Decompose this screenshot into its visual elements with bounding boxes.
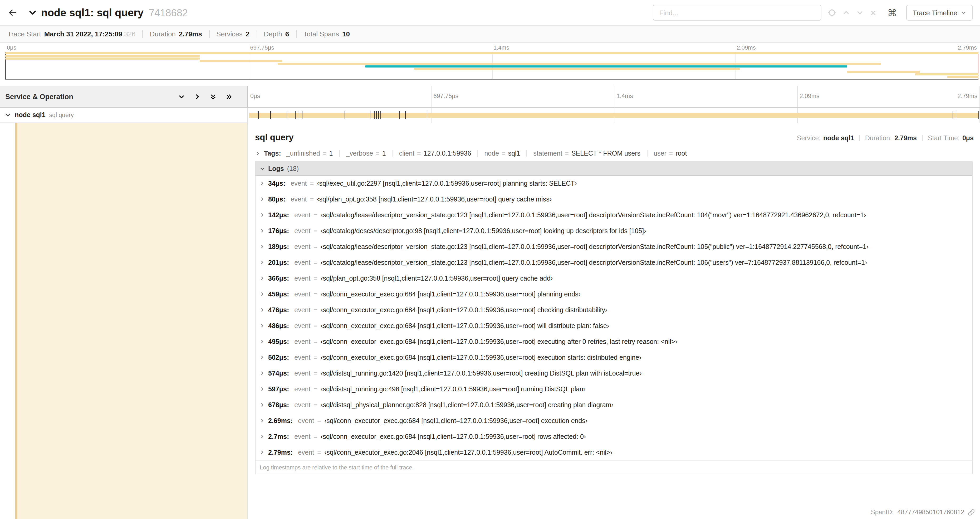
log-equals: = <box>313 386 317 393</box>
trace-start-value: March 31 2022, 17:25:09 <box>44 30 122 38</box>
logs-footer-note: Log timestamps are relative to the start… <box>256 460 972 474</box>
minimap-span-bar <box>847 71 920 73</box>
log-event-tick <box>381 111 381 119</box>
log-event-value: ‹sql/plan_opt.go:358 [nsql1,client=127.0… <box>317 196 552 203</box>
log-event-value: ‹sql/catalog/lease/descriptor_version_st… <box>321 243 869 251</box>
log-event-value: ‹sql/conn_executor_exec.go:2046 [nsql1,c… <box>324 449 612 456</box>
log-event-value: ‹sql/plan_opt.go:358 [nsql1,client=127.0… <box>321 275 553 282</box>
log-row[interactable]: 2.7ms: event = ‹sql/conn_executor_exec.g… <box>256 429 972 445</box>
clear-find-button[interactable] <box>870 9 877 16</box>
minimap-ruler: 0μs 697.75μs 1.4ms 2.09ms 2.79ms <box>5 43 978 52</box>
log-row[interactable]: 502μs: event = ‹sql/conn_executor_exec.g… <box>256 350 972 366</box>
close-icon <box>870 9 877 16</box>
chevron-right-icon <box>260 197 264 201</box>
log-row[interactable]: 34μs: event = ‹sql/exec_util.go:2297 [ns… <box>256 176 972 192</box>
log-event-ticks <box>249 108 979 123</box>
span-expander-button[interactable] <box>5 112 11 118</box>
log-equals: = <box>313 322 317 330</box>
chevron-right-icon <box>260 308 264 312</box>
back-button[interactable] <box>7 7 18 18</box>
log-row[interactable]: 486μs: event = ‹sql/conn_executor_exec.g… <box>256 318 972 334</box>
service-label: Service: <box>797 134 821 142</box>
command-icon: ⌘ <box>887 7 897 18</box>
log-event-tick <box>299 111 299 119</box>
trace-start-label: Trace Start <box>7 30 41 38</box>
logs-header[interactable]: Logs (18) <box>256 162 972 176</box>
tags-accordion[interactable]: Tags: _unfinished = 1 _verbose = 1 clien… <box>255 150 973 157</box>
log-event-tick <box>978 111 979 119</box>
next-result-button[interactable] <box>856 9 864 16</box>
log-row[interactable]: 189μs: event = ‹sql/catalog/lease/descri… <box>256 239 972 255</box>
log-row[interactable]: 80μs: event = ‹sql/plan_opt.go:358 [nsql… <box>256 192 972 207</box>
log-row[interactable]: 176μs: event = ‹sql/catalog/descs/descri… <box>256 223 972 239</box>
log-row[interactable]: 366μs: event = ‹sql/plan_opt.go:358 [nsq… <box>256 271 972 286</box>
tag-key: client <box>399 150 414 157</box>
double-chevron-right-icon <box>226 93 232 100</box>
expand-all-button[interactable] <box>210 93 216 100</box>
log-timestamp: 597μs: <box>268 386 289 393</box>
prev-result-button[interactable] <box>843 9 850 16</box>
gridline <box>431 86 431 107</box>
collapse-trace-header-button[interactable] <box>29 8 37 17</box>
collapse-controls <box>178 93 232 100</box>
log-timestamp: 486μs: <box>268 322 289 330</box>
log-event-tick <box>376 111 377 119</box>
span-id-row: SpanID: 4877749850101760812 <box>865 504 980 519</box>
chevron-right-icon <box>260 418 264 423</box>
find-input[interactable] <box>653 5 821 21</box>
chevron-right-icon <box>260 212 264 217</box>
log-event-value: ‹sql/conn_executor_exec.go:684 [nsql1,cl… <box>321 338 677 345</box>
minimap-span-bar <box>5 52 978 54</box>
log-equals: = <box>310 180 314 187</box>
log-timestamp: 176μs: <box>268 227 289 235</box>
trace-minimap[interactable] <box>5 52 978 80</box>
log-event-value: ‹sql/exec_util.go:2297 [nsql1,client=127… <box>317 180 577 187</box>
log-row[interactable]: 201μs: event = ‹sql/catalog/lease/descri… <box>256 255 972 271</box>
logs-accordion: Logs (18) 34μs: event = ‹sql/exec_util.g… <box>255 161 973 474</box>
arrow-left-icon <box>7 7 18 18</box>
tag-key: _verbose <box>346 150 373 157</box>
log-row[interactable]: 495μs: event = ‹sql/conn_executor_exec.g… <box>256 334 972 350</box>
log-row[interactable]: 597μs: event = ‹sql/distsql_running.go:4… <box>256 381 972 397</box>
duration-value: 2.79ms <box>894 134 917 142</box>
log-event-key: event <box>294 370 310 377</box>
tags-list: _unfinished = 1 _verbose = 1 client = 12… <box>283 150 694 157</box>
span-timeline-cell[interactable] <box>248 108 980 123</box>
chevron-down-icon <box>260 166 265 171</box>
log-row[interactable]: 678μs: event = ‹sql/distsql_physical_pla… <box>256 397 972 413</box>
log-row[interactable]: 574μs: event = ‹sql/distsql_running.go:1… <box>256 366 972 381</box>
service-value: node sql1 <box>823 134 854 142</box>
service-operation-title: Service & Operation <box>5 93 73 101</box>
ruler-tick-label: 697.75μs <box>433 93 458 99</box>
log-event-tick <box>426 111 427 119</box>
collapse-one-button[interactable] <box>194 93 201 100</box>
ruler-tick-label: 2.79ms <box>958 93 977 99</box>
log-timestamp: 366μs: <box>268 275 289 282</box>
log-equals: = <box>313 307 317 314</box>
log-row[interactable]: 142μs: event = ‹sql/catalog/lease/descri… <box>256 207 972 223</box>
trace-view-dropdown[interactable]: Trace Timeline <box>906 5 973 21</box>
log-timestamp: 574μs: <box>268 370 289 377</box>
log-equals: = <box>313 211 317 219</box>
log-row[interactable]: 476μs: event = ‹sql/conn_executor_exec.g… <box>256 302 972 318</box>
log-row[interactable]: 459μs: event = ‹sql/conn_executor_exec.g… <box>256 286 972 302</box>
span-row[interactable]: node sql1 sql query <box>0 108 980 123</box>
tag-pair: node = sql1 <box>477 150 527 157</box>
keyboard-shortcuts-button[interactable]: ⌘ <box>887 7 897 18</box>
copy-link-button[interactable] <box>968 509 975 516</box>
chevron-right-icon <box>260 402 264 407</box>
focus-match-button[interactable] <box>828 8 836 17</box>
log-timestamp: 2.69ms: <box>268 417 293 425</box>
trace-start-item: Trace Start March 31 2022, 17:25:09 .326 <box>7 30 136 38</box>
span-name-cell[interactable]: node sql1 sql query <box>0 108 248 123</box>
span-id-value: 4877749850101760812 <box>897 508 964 516</box>
collapse-all-button[interactable] <box>226 93 232 100</box>
chevron-right-icon <box>260 386 264 391</box>
log-event-key: event <box>291 180 307 187</box>
log-event-tick <box>374 111 375 119</box>
log-row[interactable]: 2.79ms: event = ‹sql/conn_executor_exec.… <box>256 445 972 460</box>
tag-value: 1 <box>329 150 333 157</box>
span-list-header: Service & Operation <box>0 86 248 107</box>
expand-one-button[interactable] <box>178 93 185 100</box>
log-row[interactable]: 2.69ms: event = ‹sql/conn_executor_exec.… <box>256 413 972 429</box>
